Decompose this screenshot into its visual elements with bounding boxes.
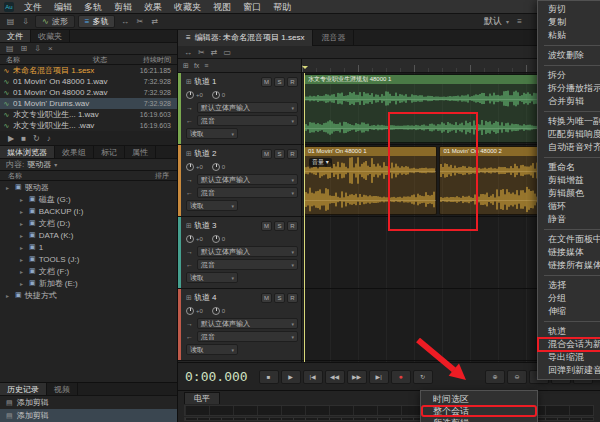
solo-button[interactable]: S: [274, 293, 285, 303]
tree-expand-icon[interactable]: ▸: [20, 232, 29, 239]
panel-tab[interactable]: 视频: [47, 383, 78, 395]
zoom-out-button[interactable]: ⊖: [507, 370, 527, 384]
tree-expand-icon[interactable]: ▸: [6, 184, 15, 191]
zoom-in-button[interactable]: ⊕: [485, 370, 505, 384]
context-menu-item[interactable]: 伸缩: [538, 305, 600, 318]
save-icon[interactable]: ⇩: [19, 16, 32, 28]
stop-button[interactable]: ■: [21, 134, 26, 143]
tree-expand-icon[interactable]: ▸: [20, 196, 29, 203]
context-menu-item[interactable]: 链接所有媒体: [538, 259, 600, 272]
rewind-button[interactable]: ◀◀: [325, 370, 345, 384]
levels-tab[interactable]: 电平: [184, 392, 220, 404]
audio-clip[interactable]: 01 Movin' On 48000 1 音量 ▾: [304, 146, 437, 215]
play-button[interactable]: ▶: [8, 134, 14, 143]
menu-item[interactable]: 帮助: [267, 0, 297, 14]
output-selector[interactable]: 混音 ▾: [197, 187, 298, 198]
context-menu-item[interactable]: 波纹删除: [538, 49, 600, 62]
context-menu-item[interactable]: 拆分播放指示器下方的所有剪辑: [538, 82, 600, 95]
to-start-button[interactable]: |◀: [303, 370, 323, 384]
track-name[interactable]: 轨道 2: [194, 148, 259, 159]
file-row[interactable]: ∿ 水文专业职业生... .wav 16:19.603: [0, 120, 177, 131]
fx-rack-icon[interactable]: fx: [194, 62, 199, 69]
context-menu-item[interactable]: 循环: [538, 200, 600, 213]
context-menu-item[interactable]: [544, 45, 600, 46]
workspace-selector[interactable]: 默认 ▾ ≡: [484, 15, 526, 28]
automation-mode-selector[interactable]: 读取 ▾: [186, 272, 238, 283]
tree-item[interactable]: ▸ ▣ 快捷方式: [0, 289, 177, 301]
panel-tab[interactable]: 效果组: [55, 146, 94, 158]
loop-playback-icon[interactable]: ↻: [33, 134, 40, 143]
track-collapse-icon[interactable]: ⊞: [186, 150, 192, 158]
volume-knob[interactable]: [186, 91, 194, 99]
input-selector[interactable]: 默认立体声输入 ▾: [197, 246, 298, 257]
time-display[interactable]: 0:00.000: [185, 369, 248, 384]
move-tool-icon[interactable]: ↔: [118, 16, 131, 28]
context-menu-item[interactable]: 自动语音对齐: [538, 141, 600, 154]
volume-knob[interactable]: [186, 307, 194, 315]
context-menu-item[interactable]: 轨道: [538, 325, 600, 338]
column-header-sort[interactable]: 排序: [155, 171, 169, 181]
tree-item[interactable]: ▸ ▣ 磁盘 (G:): [0, 193, 177, 205]
file-row[interactable]: ∿ 01 Movin' On 48000 1.wav 7:32.928: [0, 76, 177, 87]
import-file-icon[interactable]: ▤: [6, 44, 14, 53]
pan-knob[interactable]: [212, 235, 220, 243]
context-menu-item[interactable]: [544, 321, 600, 322]
context-menu-item[interactable]: [544, 275, 600, 276]
playhead[interactable]: [304, 73, 305, 362]
automation-mode-selector[interactable]: 读取 ▾: [186, 128, 238, 139]
context-menu-item[interactable]: [544, 111, 600, 112]
to-end-button[interactable]: ▶|: [369, 370, 389, 384]
track-name[interactable]: 轨道 1: [194, 76, 259, 87]
menu-item[interactable]: 编辑: [48, 0, 78, 14]
volume-knob[interactable]: [186, 235, 194, 243]
pan-knob[interactable]: [212, 163, 220, 171]
mixer-tab[interactable]: 混音器: [313, 30, 354, 46]
input-selector[interactable]: 默认立体声输入 ▾: [197, 102, 298, 113]
file-row[interactable]: ∿ 水文专业职业生... 1.wav 16:19.603: [0, 109, 177, 120]
context-menu-item[interactable]: 分组: [538, 292, 600, 305]
automation-mode-selector[interactable]: 读取 ▾: [186, 200, 238, 211]
menu-item[interactable]: 剪辑: [108, 0, 138, 14]
tree-expand-icon[interactable]: ▸: [20, 280, 29, 287]
move-tool-icon[interactable]: ↔: [184, 48, 192, 57]
workspace-menu-icon[interactable]: ≡: [513, 16, 526, 28]
file-row[interactable]: ∿ 01 Movin' On 48000 2.wav 7:32.928: [0, 87, 177, 98]
stop-button[interactable]: ■: [259, 370, 279, 384]
pan-knob[interactable]: [212, 307, 220, 315]
track-menu-icon[interactable]: ≡: [204, 62, 208, 69]
solo-button[interactable]: S: [274, 149, 285, 159]
context-menu-item[interactable]: 回弹到新建音轨: [538, 364, 600, 377]
context-menu-item[interactable]: 静音: [538, 213, 600, 226]
tree-expand-icon[interactable]: ▸: [20, 244, 29, 251]
editor-tab[interactable]: ≡ 编辑器: 未命名混音项目 1.sesx: [178, 30, 313, 46]
tree-item[interactable]: ▸ ▣ 驱动器: [0, 181, 177, 193]
context-menu-item[interactable]: 重命名: [538, 161, 600, 174]
volume-knob[interactable]: [186, 163, 194, 171]
tree-item[interactable]: ▸ ▣ 文档 (F:): [0, 265, 177, 277]
entire-session-item[interactable]: 整个会话: [421, 405, 537, 417]
panel-tab[interactable]: 文件: [0, 30, 31, 42]
input-selector[interactable]: 默认立体声输入 ▾: [197, 174, 298, 185]
menu-item[interactable]: 窗口: [237, 0, 267, 14]
forward-button[interactable]: ▶▶: [347, 370, 367, 384]
tree-expand-icon[interactable]: ▸: [6, 292, 15, 299]
output-selector[interactable]: 混音 ▾: [197, 259, 298, 270]
tree-item[interactable]: ▸ ▣ 1: [0, 241, 177, 253]
track-collapse-icon[interactable]: ⊞: [186, 78, 192, 86]
content-value[interactable]: 驱动器: [27, 159, 51, 170]
output-selector[interactable]: 混音 ▾: [197, 115, 298, 126]
menu-item[interactable]: 收藏夹: [168, 0, 207, 14]
tree-expand-icon[interactable]: ▸: [20, 256, 29, 263]
panel-tab[interactable]: 媒体浏览器: [0, 146, 55, 158]
tree-item[interactable]: ▸ ▣ DATA (K:): [0, 229, 177, 241]
submenu-item[interactable]: 时间选区: [421, 393, 537, 405]
context-menu-item[interactable]: [544, 229, 600, 230]
record-arm-button[interactable]: R: [287, 293, 298, 303]
multitrack-view-button[interactable]: ≡ 多轨: [78, 15, 116, 28]
extract-audio-icon[interactable]: ⇩: [34, 44, 41, 53]
solo-button[interactable]: S: [274, 221, 285, 231]
context-menu-item[interactable]: 匹配剪辑响度: [538, 128, 600, 141]
panel-tab[interactable]: 标记: [94, 146, 125, 158]
menu-item[interactable]: 文件: [18, 0, 48, 14]
slip-tool-icon[interactable]: ⇄: [211, 48, 218, 57]
